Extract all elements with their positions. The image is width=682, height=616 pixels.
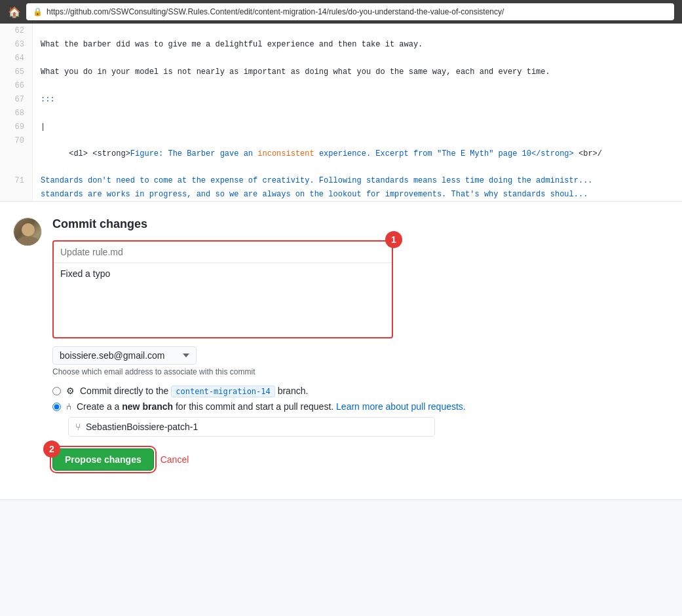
home-icon[interactable]: 🏠 xyxy=(8,6,21,18)
commit-inputs-box: Fixed a typo xyxy=(52,240,393,338)
line-content: standards are works in progress, and so … xyxy=(33,187,588,201)
radio-new-branch[interactable] xyxy=(52,403,61,411)
line-content xyxy=(33,106,41,120)
branch-input-row: ⑂ xyxy=(68,417,435,437)
radio-options: ⚙ Commit directly to the content-migrati… xyxy=(52,386,669,437)
avatar xyxy=(13,217,42,246)
line-number: 66 xyxy=(0,79,33,92)
email-row: boissiere.seb@gmail.com Choose which ema… xyxy=(52,346,669,376)
line-content xyxy=(33,24,41,37)
new-branch-bold: new branch xyxy=(122,401,173,412)
lock-icon: 🔒 xyxy=(33,7,43,16)
radio-direct-label[interactable]: Commit directly to the content-migration… xyxy=(80,386,308,396)
browser-chrome: 🏠 🔒 https://github.com/SSWConsulting/SSW… xyxy=(0,0,682,24)
line-number: 67 xyxy=(0,92,33,106)
fork-icon: ⑃ xyxy=(66,401,71,412)
code-line-64: 64 xyxy=(0,51,682,65)
code-line-63: 63 What the barber did was to give me a … xyxy=(0,37,682,51)
radio-option-direct: ⚙ Commit directly to the content-migrati… xyxy=(52,386,669,396)
branch-name-input[interactable] xyxy=(86,422,428,432)
line-content: What you do in your model is not nearly … xyxy=(33,65,550,79)
commit-form: Commit changes Fixed a typo 1 boissiere.… xyxy=(52,217,669,471)
email-select[interactable]: boissiere.seb@gmail.com xyxy=(52,346,197,365)
line-number: 62 xyxy=(0,24,33,37)
code-line-71: 71 Standards don't need to come at the e… xyxy=(0,173,682,187)
line-number: 69 xyxy=(0,120,33,134)
main-content: Commit changes Fixed a typo 1 boissiere.… xyxy=(0,202,682,500)
line-content xyxy=(33,51,41,65)
branch-icon: ⚙ xyxy=(66,386,75,396)
radio-direct-suffix: branch. xyxy=(278,386,309,396)
pr-middle: for this commit and start a pull request… xyxy=(176,401,333,412)
branch-input-icon: ⑂ xyxy=(75,422,81,432)
line-number: 64 xyxy=(0,51,33,65)
code-line-70: 70 <dl> <strong>Figure: The Barber gave … xyxy=(0,134,682,173)
create-prefix: Create a xyxy=(77,401,112,412)
code-line-71b: standards are works in progress, and so … xyxy=(0,187,682,201)
footer-divider xyxy=(0,499,682,500)
code-line-62: 62 xyxy=(0,24,682,37)
step2-wrap: Propose changes 2 xyxy=(52,448,154,471)
line-number: 65 xyxy=(0,65,33,79)
line-content: Standards don't need to come at the expe… xyxy=(33,173,593,187)
propose-changes-button[interactable]: Propose changes xyxy=(52,448,154,471)
code-editor: 62 63 What the barber did was to give me… xyxy=(0,24,682,202)
line-number: 63 xyxy=(0,37,33,51)
code-line-68: 68 xyxy=(0,106,682,120)
address-bar[interactable]: 🔒 https://github.com/SSWConsulting/SSW.R… xyxy=(26,3,674,20)
code-line-67: 67 :::​ xyxy=(0,92,682,106)
commit-summary-input[interactable] xyxy=(54,242,392,263)
action-buttons: Propose changes 2 Cancel xyxy=(52,448,669,471)
line-content: | xyxy=(33,120,45,134)
commit-form-title: Commit changes xyxy=(52,217,669,231)
line-content: <dl> <strong>Figure: The Barber gave an … xyxy=(33,134,602,173)
code-line-65: 65 What you do in your model is not near… xyxy=(0,65,682,79)
email-hint: Choose which email address to associate … xyxy=(52,367,669,376)
radio-direct-prefix: Commit directly to the xyxy=(80,386,168,396)
cancel-button[interactable]: Cancel xyxy=(161,454,189,465)
line-content: What the barber did was to give me a del… xyxy=(33,37,423,51)
radio-direct[interactable] xyxy=(52,387,61,395)
radio-option-new-branch: ⑃ Create a a new branch for this commit … xyxy=(52,401,669,412)
radio-new-branch-label[interactable]: Create a a new branch for this commit an… xyxy=(77,401,466,412)
learn-more-link[interactable]: Learn more about pull requests. xyxy=(336,401,466,412)
line-number xyxy=(0,187,33,201)
branch-badge: content-migration-14 xyxy=(171,386,275,397)
step-1-badge: 1 xyxy=(385,231,402,248)
code-line-69: 69 | xyxy=(0,120,682,134)
code-line-66: 66 xyxy=(0,79,682,92)
line-number: 68 xyxy=(0,106,33,120)
avatar-image xyxy=(14,218,42,246)
line-number: 71 xyxy=(0,173,33,187)
url-text: https://github.com/SSWConsulting/SSW.Rul… xyxy=(47,7,504,16)
commit-section: Commit changes Fixed a typo 1 boissiere.… xyxy=(0,202,682,486)
line-content xyxy=(33,79,41,92)
step-2-badge: 2 xyxy=(43,441,60,458)
line-number: 70 xyxy=(0,134,33,173)
line-content: :::​ xyxy=(33,92,55,106)
commit-description-textarea[interactable]: Fixed a typo xyxy=(54,263,392,335)
